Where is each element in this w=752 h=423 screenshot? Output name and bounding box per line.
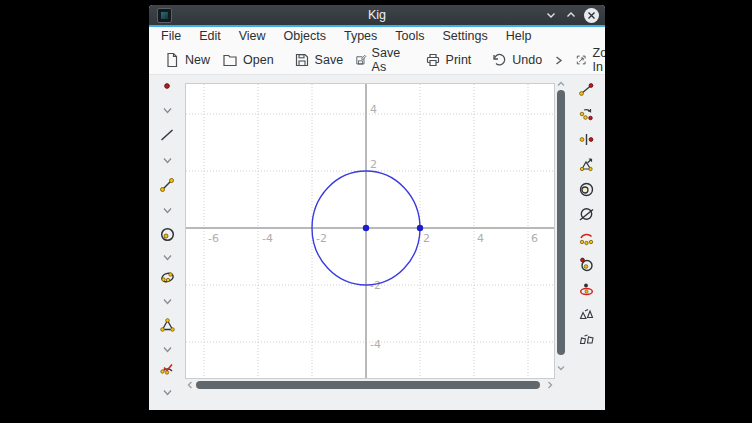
circle-tools-expander[interactable] xyxy=(155,246,179,268)
projectivity-quads-icon xyxy=(578,331,595,348)
crossed-circle-icon xyxy=(578,206,595,223)
radius-point-object[interactable] xyxy=(417,225,423,231)
horizontal-scrollbar-thumb[interactable] xyxy=(196,381,540,389)
line-tool-button[interactable] xyxy=(155,124,179,146)
menu-view[interactable]: View xyxy=(230,27,275,46)
printer-icon xyxy=(425,52,441,68)
conic-ellipse-icon xyxy=(159,269,176,286)
harmonic-homology-tool-button[interactable] xyxy=(574,278,598,300)
save-button[interactable]: Save xyxy=(288,49,350,71)
angle-tool-button[interactable] xyxy=(155,357,179,379)
grid-lines xyxy=(186,84,554,378)
x-axis-label: -4 xyxy=(262,232,273,245)
y-axis-label: -2 xyxy=(370,279,381,292)
titlebar[interactable]: Kig xyxy=(149,5,605,25)
save-as-button[interactable]: Save As xyxy=(349,43,411,77)
point-icon xyxy=(159,78,175,94)
line-tools-expander[interactable] xyxy=(155,149,179,171)
print-button[interactable]: Print xyxy=(419,49,478,71)
axis-labels: -6 -4 -2 2 4 6 4 2 -2 -4 xyxy=(208,103,538,351)
chevron-down-icon xyxy=(161,251,174,264)
rotate-points-icon xyxy=(578,106,595,123)
maximize-button[interactable] xyxy=(562,6,580,24)
menu-edit[interactable]: Edit xyxy=(190,27,230,46)
inversion-tool-button[interactable] xyxy=(574,178,598,200)
conic-tool-button[interactable] xyxy=(155,266,179,288)
rotation-tool-button[interactable] xyxy=(574,253,598,275)
scroll-up-button[interactable] xyxy=(556,79,566,89)
chevron-down-icon xyxy=(556,363,566,373)
minimize-button[interactable] xyxy=(542,6,560,24)
vertical-scrollbar[interactable] xyxy=(555,79,568,375)
status-bar xyxy=(149,394,605,410)
new-button-label: New xyxy=(185,53,210,67)
chevron-down-icon xyxy=(161,154,174,167)
x-axis-label: 4 xyxy=(477,232,484,245)
point-reflection-icon xyxy=(578,131,595,148)
similitude-arc-icon xyxy=(578,231,595,248)
point-tool-button[interactable] xyxy=(155,75,179,97)
chevron-up-icon xyxy=(565,9,577,21)
segment-tool-button[interactable] xyxy=(155,174,179,196)
segment-tools-expander[interactable] xyxy=(155,199,179,221)
scale-triangle-icon xyxy=(578,156,595,173)
conic-tools-expander[interactable] xyxy=(155,290,179,312)
scroll-right-button[interactable] xyxy=(545,380,555,390)
center-point-object[interactable] xyxy=(363,225,369,231)
cross-circle-tool-button[interactable] xyxy=(574,203,598,225)
zoom-in-button-label: Zoom In xyxy=(593,46,605,74)
horizontal-scrollbar[interactable] xyxy=(185,379,555,392)
window-title: Kig xyxy=(149,8,605,22)
undo-dropdown-button[interactable] xyxy=(548,52,569,69)
x-axis-label: -6 xyxy=(208,232,219,245)
menu-settings[interactable]: Settings xyxy=(434,27,497,46)
scroll-left-button[interactable] xyxy=(185,380,195,390)
main-toolbar: New Open Save Save As xyxy=(149,46,605,75)
polygon-tool-button[interactable] xyxy=(155,314,179,336)
point-tools-expander[interactable] xyxy=(155,99,179,121)
x-axis-label: 6 xyxy=(531,232,538,245)
scale-tool-button[interactable] xyxy=(574,153,598,175)
affinity-triangles-icon xyxy=(578,306,595,323)
new-button[interactable]: New xyxy=(158,49,216,71)
x-axis-label: 2 xyxy=(423,232,430,245)
menu-help[interactable]: Help xyxy=(497,27,541,46)
inversion-circles-icon xyxy=(578,181,595,198)
close-button[interactable] xyxy=(582,6,600,24)
menu-objects[interactable]: Objects xyxy=(275,27,335,46)
chevron-down-icon xyxy=(161,104,174,117)
new-document-icon xyxy=(164,52,180,68)
chevron-down-icon xyxy=(161,295,174,308)
vector-tool-button[interactable] xyxy=(574,78,598,100)
open-button[interactable]: Open xyxy=(216,49,280,71)
chevron-right-icon xyxy=(553,55,564,66)
projectivity-tool-button[interactable] xyxy=(574,328,598,350)
y-axis-label: -4 xyxy=(370,338,381,351)
zoom-in-button[interactable]: Zoom In xyxy=(569,43,605,77)
geometry-canvas[interactable]: -6 -4 -2 2 4 6 4 2 -2 -4 xyxy=(185,83,555,379)
save-as-button-label: Save As xyxy=(372,46,405,74)
similitude-tool-button[interactable] xyxy=(574,228,598,250)
y-axis-label: 2 xyxy=(370,158,377,171)
point-reflection-tool-button[interactable] xyxy=(574,128,598,150)
zoom-in-icon xyxy=(575,52,587,68)
polygon-triangle-icon xyxy=(159,317,176,334)
y-axis-label: 4 xyxy=(370,103,377,116)
menu-file[interactable]: File xyxy=(152,27,190,46)
affinity-tool-button[interactable] xyxy=(574,303,598,325)
chevron-right-icon xyxy=(545,380,555,390)
undo-button[interactable]: Undo xyxy=(485,49,548,71)
chevron-down-icon xyxy=(545,9,557,21)
close-x-icon xyxy=(587,11,596,20)
open-folder-icon xyxy=(222,52,238,68)
scroll-down-button[interactable] xyxy=(556,363,566,373)
x-axis-label: -2 xyxy=(316,232,327,245)
undo-arrow-icon xyxy=(491,52,507,68)
print-button-label: Print xyxy=(446,53,472,67)
rotate-tool-button[interactable] xyxy=(574,103,598,125)
chevron-down-icon xyxy=(161,343,174,356)
vertical-scrollbar-thumb[interactable] xyxy=(557,90,565,355)
vector-icon xyxy=(578,81,595,98)
circle-tool-button[interactable] xyxy=(155,223,179,245)
chevron-down-icon xyxy=(161,204,174,217)
